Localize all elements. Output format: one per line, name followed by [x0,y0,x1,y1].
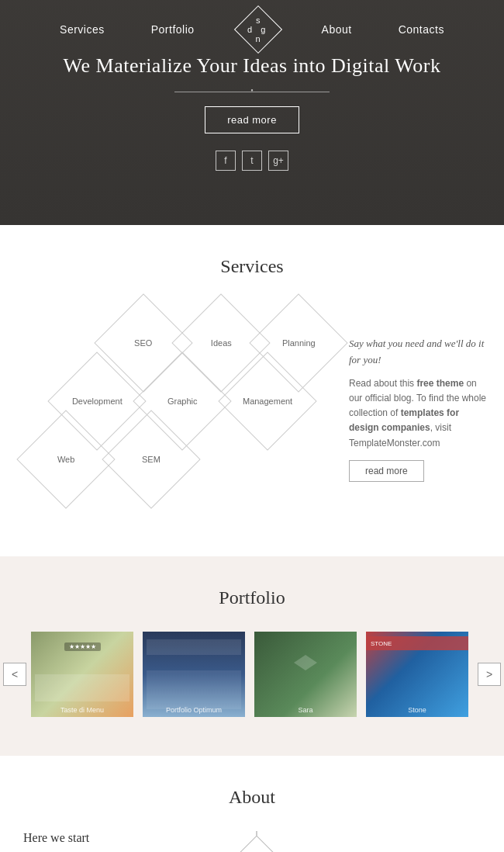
portfolio-carousel: ★★★★★ Taste di Menu Portfolio Optimum [31,632,473,717]
services-title: Services [16,256,488,277]
diamond-management-label: Management [243,397,292,406]
hero-content: We Materialize Your Ideas into Digital W… [64,54,441,171]
carousel-next-button[interactable]: > [478,663,501,686]
portfolio-thumb-3 [254,632,357,717]
services-read-more-button[interactable]: read more [349,460,424,482]
services-free-theme: free theme [416,378,464,389]
about-section: About Here we start Vivamus at magna non… [0,756,504,852]
nav-portfolio[interactable]: Portfolio [151,23,195,36]
main-nav: Services Portfolio sd gn About Contacts [0,0,504,59]
about-title: About [23,787,481,808]
social-links: f t g+ [216,151,288,171]
portfolio-thumb-4: STONE [366,632,468,717]
portfolio-title: Portfolio [0,587,504,608]
googleplus-icon[interactable]: g+ [268,151,288,171]
diamond-seo-label: SEO [134,338,152,348]
services-section: Services SEO Ideas Planning Development … [0,225,504,556]
hero-divider [174,92,330,92]
diamond-web-label: Web [57,455,74,464]
timeline-heading-1: Here we start [23,831,194,845]
logo[interactable]: sd gn [241,12,275,47]
portfolio-caption-2: Portfolio Optimum [143,706,245,714]
timeline: Here we start Vivamus at magna non nunc … [23,831,481,852]
timeline-entry-1: Here we start Vivamus at magna non nunc … [23,831,481,852]
hero-read-more-button[interactable]: read more [205,106,299,133]
timeline-diamond-wrap-1: Aug 2013 [221,847,292,852]
diamond-development-label: Development [72,397,123,406]
diamond-graphic-label: Graphic [167,397,198,406]
portfolio-item-1[interactable]: ★★★★★ Taste di Menu [31,632,133,717]
portfolio-caption-4: Stone [366,706,468,714]
services-tagline: Say what you need and we'll do it for yo… [349,336,488,369]
portfolio-caption-3: Sara [254,706,357,714]
services-desc-1: Read about this [349,378,416,389]
services-description: Say what you need and we'll do it for yo… [349,336,488,482]
portfolio-item-2[interactable]: Portfolio Optimum [143,632,245,717]
portfolio-thumb-2 [143,632,245,717]
carousel-prev-button[interactable]: < [3,663,26,686]
portfolio-thumb-1: ★★★★★ [31,632,133,717]
diamond-sem-label: SEM [142,455,161,464]
nav-contacts[interactable]: Contacts [399,23,444,36]
twitter-icon[interactable]: t [242,151,262,171]
nav-about[interactable]: About [322,23,352,36]
diamond-grid: SEO Ideas Planning Development Graphic M… [16,300,341,518]
hero-section: Services Portfolio sd gn About Contacts … [0,0,504,225]
portfolio-section: Portfolio < ★★★★★ Taste di Menu Portfoli… [0,556,504,756]
services-content: SEO Ideas Planning Development Graphic M… [16,300,488,518]
portfolio-item-3[interactable]: Sara [254,632,357,717]
portfolio-inner: < ★★★★★ Taste di Menu Portfolio Optimum [0,632,504,717]
timeline-left-1: Here we start Vivamus at magna non nunc … [23,831,209,852]
diamond-ideas-label: Ideas [211,338,232,348]
portfolio-caption-1: Taste di Menu [31,706,133,714]
diamond-planning-label: Planning [282,338,316,348]
portfolio-item-4[interactable]: STONE Stone [366,632,468,717]
nav-services[interactable]: Services [60,23,105,36]
facebook-icon[interactable]: f [216,151,236,171]
